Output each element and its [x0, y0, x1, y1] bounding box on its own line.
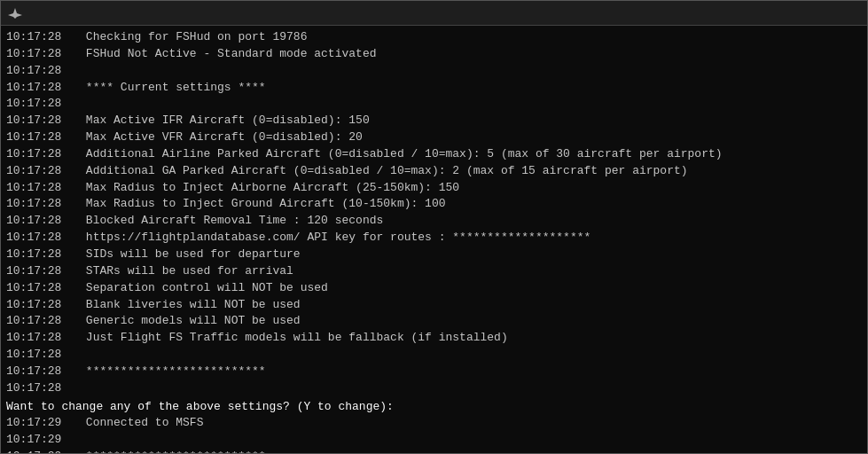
console-line: 10:17:28 — [6, 96, 862, 113]
window-controls — [738, 1, 860, 26]
console-line: 10:17:29 ************************** — [6, 449, 862, 453]
console-line: 10:17:28 Blocked Aircraft Removal Time :… — [6, 213, 862, 230]
timestamp: 10:17:28 — [6, 280, 61, 297]
message: Max Radius to Inject Airborne Aircraft (… — [65, 180, 459, 197]
timestamp: 10:17:28 — [6, 263, 61, 280]
timestamp: 10:17:28 — [6, 380, 61, 397]
console-line: Want to change any of the above settings… — [6, 399, 862, 416]
message: ************************** — [65, 449, 265, 453]
console-line: 10:17:29 Connected to MSFS — [6, 415, 862, 432]
timestamp: 10:17:28 — [6, 330, 61, 347]
console-line: 10:17:28 **** Current settings **** — [6, 80, 862, 97]
timestamp: 10:17:28 — [6, 364, 61, 380]
application-window: 10:17:28 Checking for FSHud on port 1978… — [0, 0, 868, 454]
timestamp: 10:17:28 — [6, 196, 61, 213]
message: FSHud Not Active - Standard mode activat… — [65, 46, 376, 63]
console-line: 10:17:29 — [6, 432, 862, 449]
message: https://flightplandatabase.com/ API key … — [65, 230, 590, 247]
message: Connected to MSFS — [65, 415, 203, 432]
timestamp: 10:17:28 — [6, 113, 61, 129]
console-line: 10:17:28 Max Radius to Inject Airborne A… — [6, 180, 862, 197]
timestamp: 10:17:28 — [6, 80, 61, 97]
app-icon — [8, 6, 22, 20]
timestamp: 10:17:29 — [6, 432, 61, 449]
console-line: 10:17:28 Max Active IFR Aircraft (0=disa… — [6, 113, 862, 129]
message: Separation control will NOT be used — [65, 280, 327, 297]
console-line: 10:17:28 Max Active VFR Aircraft (0=disa… — [6, 129, 862, 146]
timestamp: 10:17:28 — [6, 180, 61, 197]
timestamp: 10:17:28 — [6, 247, 61, 263]
timestamp: 10:17:28 — [6, 313, 61, 330]
console-line: 10:17:28 FSHud Not Active - Standard mod… — [6, 46, 862, 63]
timestamp: 10:17:28 — [6, 230, 61, 247]
timestamp: 10:17:28 — [6, 347, 61, 364]
message: SIDs will be used for departure — [65, 247, 300, 263]
timestamp: 10:17:28 — [6, 29, 61, 46]
timestamp: 10:17:29 — [6, 449, 61, 453]
console-line: 10:17:28 STARs will be used for arrival — [6, 263, 862, 280]
timestamp: 10:17:28 — [6, 297, 61, 314]
timestamp: 10:17:28 — [6, 63, 61, 80]
timestamp: 10:17:28 — [6, 129, 61, 146]
message: Just Flight FS Traffic models will be fa… — [65, 330, 507, 347]
timestamp: 10:17:28 — [6, 163, 61, 180]
console-line: 10:17:28 https://flightplandatabase.com/… — [6, 230, 862, 247]
console-line: 10:17:28 — [6, 63, 862, 80]
close-button[interactable] — [819, 1, 860, 26]
console-line: 10:17:28 Additional GA Parked Aircraft (… — [6, 163, 862, 180]
console-line: 10:17:28 — [6, 380, 862, 397]
console-line: 10:17:28 Generic models will NOT be used — [6, 313, 862, 330]
message: Max Radius to Inject Ground Aircraft (10… — [65, 196, 445, 213]
minimize-button[interactable] — [738, 1, 778, 26]
message: Max Active VFR Aircraft (0=disabled): 20 — [65, 129, 362, 146]
console-line: 10:17:28 Additional Airline Parked Aircr… — [6, 146, 862, 163]
maximize-button[interactable] — [778, 1, 819, 26]
message: Checking for FSHud on port 19786 — [65, 29, 307, 46]
message: Blank liveries will NOT be used — [65, 297, 300, 314]
message: Additional GA Parked Aircraft (0=disable… — [65, 163, 687, 180]
console-line: 10:17:28 Separation control will NOT be … — [6, 280, 862, 297]
console-line: 10:17:28 Checking for FSHud on port 1978… — [6, 29, 862, 46]
timestamp: 10:17:28 — [6, 146, 61, 163]
console-line: 10:17:28 Blank liveries will NOT be used — [6, 297, 862, 314]
message: Generic models will NOT be used — [65, 313, 300, 330]
timestamp: 10:17:28 — [6, 46, 61, 63]
console-line: 10:17:28 Just Flight FS Traffic models w… — [6, 330, 862, 347]
console-line: 10:17:28 Max Radius to Inject Ground Air… — [6, 196, 862, 213]
message: ************************** — [65, 364, 265, 380]
console-output: 10:17:28 Checking for FSHud on port 1978… — [1, 26, 867, 453]
console-line: 10:17:28 SIDs will be used for departure — [6, 247, 862, 263]
message: Additional Airline Parked Aircraft (0=di… — [65, 146, 722, 163]
message: STARs will be used for arrival — [65, 263, 293, 280]
message: Max Active IFR Aircraft (0=disabled): 15… — [65, 113, 369, 129]
timestamp: 10:17:28 — [6, 213, 61, 230]
title-bar — [1, 1, 867, 26]
console-line: 10:17:28 ************************** — [6, 364, 862, 380]
timestamp: 10:17:28 — [6, 96, 61, 113]
message: Blocked Aircraft Removal Time : 120 seco… — [65, 213, 383, 230]
console-line: 10:17:28 — [6, 347, 862, 364]
timestamp: 10:17:29 — [6, 415, 61, 432]
message: **** Current settings **** — [65, 80, 265, 97]
